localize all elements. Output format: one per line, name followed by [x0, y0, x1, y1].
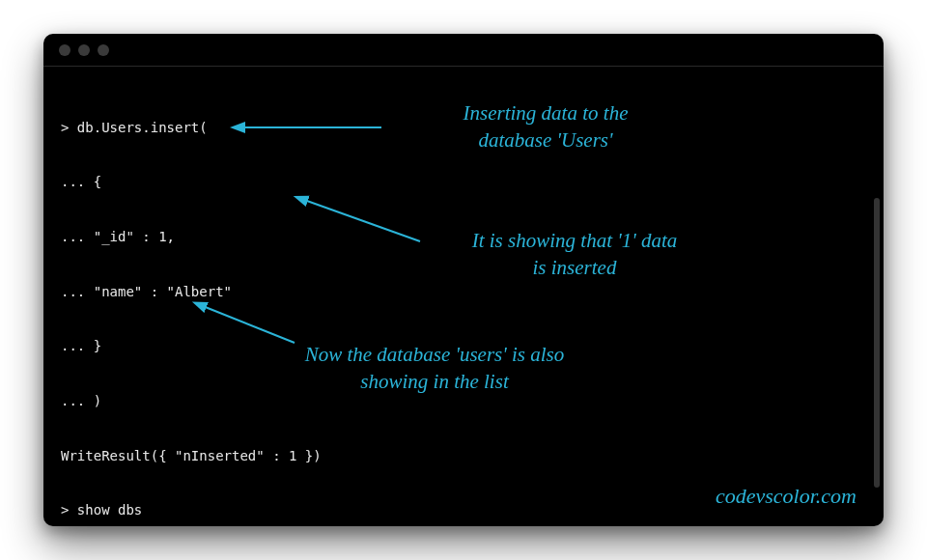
scrollbar[interactable] [874, 198, 880, 488]
terminal-line: WriteResult({ "nInserted" : 1 }) [61, 447, 866, 465]
annotation-showdbs: Now the database 'users' is also showing… [232, 341, 637, 396]
annotation-insert: Inserting data to the database 'Users' [381, 99, 710, 154]
traffic-light-close-icon[interactable] [59, 44, 70, 56]
watermark: codevscolor.com [716, 484, 857, 509]
traffic-light-minimize-icon[interactable] [78, 44, 90, 56]
titlebar [43, 34, 884, 67]
terminal-line: ... { [61, 173, 866, 191]
traffic-light-zoom-icon[interactable] [98, 44, 109, 56]
terminal-window: > db.Users.insert( ... { ... "_id" : 1, … [43, 34, 884, 526]
terminal-line: ... "name" : "Albert" [61, 283, 866, 301]
annotation-writeresult: It is showing that '1' data is inserted [415, 227, 734, 282]
